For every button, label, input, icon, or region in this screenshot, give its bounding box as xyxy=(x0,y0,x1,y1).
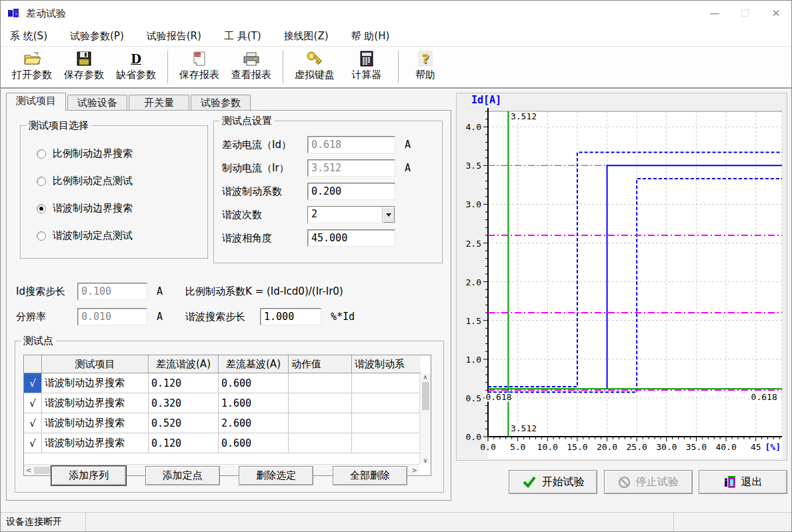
default-params-button[interactable]: D 缺省参数 xyxy=(110,48,162,86)
virtual-keyboard-button[interactable]: 虚拟键盘 xyxy=(289,48,341,86)
radio-harmonic-boundary-search[interactable]: 谐波制动边界搜索 xyxy=(37,202,207,215)
menu-bar: 系 统(S) 试验参数(P) 试验报告(R) 工 具(T) 接线图(Z) 帮 助… xyxy=(1,26,791,46)
ir-current-input[interactable] xyxy=(307,159,395,177)
app-icon xyxy=(7,7,21,19)
test-select-group-label: 测试项目选择 xyxy=(26,119,91,132)
radio-harmonic-fixed-point-test[interactable]: 谐波制动定点测试 xyxy=(37,229,207,242)
scroll-up-icon[interactable]: ∧ xyxy=(423,373,427,381)
row-check-cell[interactable]: √ xyxy=(24,393,42,413)
status-pane-right xyxy=(674,513,791,531)
test-points-group: 测试点 测试项目 差流谐波(A) 差流基波(A) 动作值 谐波制动系 √ 谐波制… xyxy=(15,341,444,493)
radio-label: 比例制动边界搜索 xyxy=(53,147,133,160)
radio-icon xyxy=(37,231,46,241)
title-bar: 差动试验 — ☐ ✕ xyxy=(1,1,791,26)
menu-wiring-diagram[interactable]: 接线图(Z) xyxy=(284,30,329,43)
svg-text:10.0: 10.0 xyxy=(537,442,558,452)
svg-text:45: 45 xyxy=(751,442,761,452)
scrollbar-thumb[interactable] xyxy=(422,382,429,410)
window-title: 差动试验 xyxy=(26,7,699,20)
row-check-cell[interactable]: √ xyxy=(24,433,42,453)
help-button[interactable]: ? 帮助 xyxy=(404,48,447,86)
maximize-button[interactable]: ☐ xyxy=(730,1,761,26)
exit-button[interactable]: 退出 xyxy=(699,470,787,494)
test-point-settings-label: 测试点设置 xyxy=(219,115,275,127)
toolbar-separator xyxy=(167,51,168,83)
row-check-cell[interactable]: √ xyxy=(24,413,42,433)
table-row[interactable]: √ 谐波制动边界搜索 0.320 1.600 xyxy=(24,393,431,413)
status-pane-middle xyxy=(86,513,674,531)
harmonic-restraint-coeff-input[interactable] xyxy=(307,183,395,200)
save-report-icon: EXL xyxy=(192,49,207,68)
svg-text:4.0: 4.0 xyxy=(466,122,481,132)
view-report-button[interactable]: 查看报表 xyxy=(225,48,277,86)
harmonic-phase-angle-label: 谐波相角度 xyxy=(222,232,307,245)
resolution-input[interactable] xyxy=(77,308,147,325)
scroll-down-icon[interactable]: ∨ xyxy=(423,457,427,464)
add-sequence-button[interactable]: 添加序列 xyxy=(51,466,126,485)
test-points-group-label: 测试点 xyxy=(21,335,56,347)
svg-text:2.5: 2.5 xyxy=(466,239,481,249)
tab-strip: 测试项目 试验设备 开关量 试验参数 xyxy=(6,93,252,111)
svg-text:5.0: 5.0 xyxy=(510,442,525,452)
save-floppy-icon xyxy=(76,49,92,68)
menu-test-report[interactable]: 试验报告(R) xyxy=(147,30,201,43)
menu-help[interactable]: 帮 助(H) xyxy=(351,30,390,43)
tab-test-device[interactable]: 试验设备 xyxy=(67,95,127,111)
id-step-input[interactable] xyxy=(77,283,147,300)
resolution-label: 分辨率 xyxy=(16,311,77,323)
column-diff-fundamental[interactable]: 差流基波(A) xyxy=(219,355,289,373)
stop-test-button: 停止试验 xyxy=(604,470,693,494)
tab-test-items[interactable]: 测试项目 xyxy=(6,93,66,111)
open-params-button[interactable]: 打开参数 xyxy=(6,48,58,86)
delete-selected-button[interactable]: 删除选定 xyxy=(239,466,313,485)
check-icon xyxy=(522,476,537,488)
column-test-item[interactable]: 测试项目 xyxy=(42,355,149,373)
menu-test-params[interactable]: 试验参数(P) xyxy=(70,30,124,43)
harmonic-phase-angle-input[interactable] xyxy=(307,229,395,247)
save-params-button[interactable]: 保存参数 xyxy=(58,48,110,86)
svg-text:0.5: 0.5 xyxy=(466,393,481,403)
row-check-cell[interactable]: √ xyxy=(24,373,42,393)
radio-ratio-boundary-search[interactable]: 比例制动边界搜索 xyxy=(37,147,207,160)
add-point-button[interactable]: 添加定点 xyxy=(145,466,220,485)
svg-text:3.512: 3.512 xyxy=(511,111,537,121)
minimize-button[interactable]: — xyxy=(699,1,730,26)
svg-text:EXL: EXL xyxy=(195,53,201,57)
vertical-scrollbar[interactable]: ∧ ∨ xyxy=(419,373,431,464)
table-row[interactable]: √ 谐波制动边界搜索 0.120 0.600 xyxy=(24,433,431,453)
svg-text:0.618: 0.618 xyxy=(485,392,511,402)
close-button[interactable]: ✕ xyxy=(761,1,791,26)
column-action-value[interactable]: 动作值 xyxy=(289,355,352,373)
search-params-area: Id搜索步长 A 比例制动系数K = (Id-Icd0)/(Ir-Ir0) 分辨… xyxy=(16,283,443,331)
save-report-button[interactable]: EXL 保存报表 xyxy=(173,48,225,86)
ir-current-label: 制动电流（Ir） xyxy=(222,162,307,175)
svg-text:1.0: 1.0 xyxy=(466,355,481,365)
open-folder-icon xyxy=(23,49,41,68)
tab-test-params[interactable]: 试验参数 xyxy=(191,95,251,111)
test-select-group: 测试项目选择 比例制动边界搜索 比例制动定点测试 谐波制动边界搜索 谐波制动定点… xyxy=(20,125,208,259)
harmonic-step-unit: %*Id xyxy=(331,311,355,323)
column-harmonic-coeff[interactable]: 谐波制动系 xyxy=(352,355,421,373)
radio-ratio-fixed-point-test[interactable]: 比例制动定点测试 xyxy=(37,175,207,187)
calculator-icon xyxy=(360,49,373,68)
start-test-button[interactable]: 开始试验 xyxy=(509,470,597,494)
harmonic-order-combo[interactable]: 2 xyxy=(307,206,395,223)
toolbar-separator xyxy=(283,51,283,83)
default-params-icon: D xyxy=(131,49,141,68)
id-current-input[interactable] xyxy=(307,136,395,153)
combo-dropdown-button[interactable] xyxy=(382,207,395,223)
menu-tools[interactable]: 工 具(T) xyxy=(224,30,261,43)
harmonic-step-input[interactable] xyxy=(260,308,321,325)
exit-door-icon xyxy=(723,475,735,489)
table-row[interactable]: √ 谐波制动边界搜索 0.520 2.600 xyxy=(24,413,431,433)
column-diff-harmonic[interactable]: 差流谐波(A) xyxy=(149,355,219,373)
menu-system[interactable]: 系 统(S) xyxy=(10,30,47,43)
svg-text:1.5: 1.5 xyxy=(466,316,481,326)
prohibit-icon xyxy=(618,476,631,489)
calculator-button[interactable]: 计算器 xyxy=(341,48,393,86)
tab-switch-quantity[interactable]: 开关量 xyxy=(129,95,189,111)
column-check[interactable] xyxy=(24,355,42,373)
delete-all-button[interactable]: 全部删除 xyxy=(333,466,407,485)
table-row[interactable]: √ 谐波制动边界搜索 0.120 0.600 xyxy=(24,373,431,393)
chart-panel: 0.05.010.015.020.025.030.035.040.0450.00… xyxy=(456,93,787,461)
